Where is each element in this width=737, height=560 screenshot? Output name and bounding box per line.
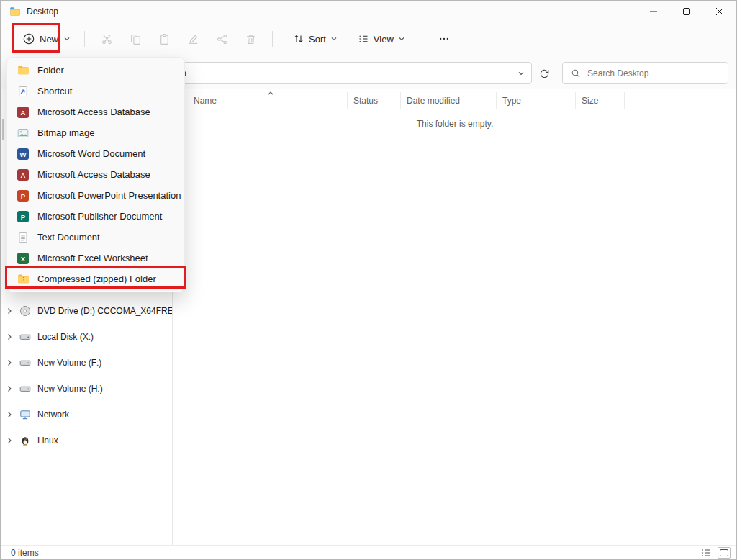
chevron-right-icon[interactable] [5, 333, 14, 341]
file-list-area: Name Status Date modified Type Size This… [173, 89, 736, 545]
menu-item-compressed-folder[interactable]: Compressed (zipped) Folder [7, 268, 184, 289]
sidebar-item-new-volume-h[interactable]: New Volume (H:) [1, 376, 172, 402]
svg-text:W: W [20, 150, 27, 158]
see-more-button[interactable] [430, 27, 458, 51]
column-header-label: Size [582, 96, 598, 106]
svg-text:P: P [21, 212, 26, 220]
sidebar-item-label: DVD Drive (D:) CCCOMA_X64FRE_EN-US [37, 306, 172, 316]
hard-disk-icon [19, 383, 31, 394]
column-header-type[interactable]: Type [497, 92, 576, 109]
toolbar-separator [272, 31, 273, 47]
maximize-button[interactable] [670, 1, 703, 22]
folder-icon [17, 64, 30, 77]
view-button[interactable]: View [351, 27, 412, 50]
word-icon: W [17, 148, 30, 161]
delete-button [236, 27, 265, 51]
menu-item-label: Microsoft Access Database [37, 107, 150, 117]
publisher-icon: P [17, 210, 30, 223]
copy-button [121, 27, 150, 51]
zipped-folder-icon [17, 273, 30, 286]
access-icon: A [17, 106, 30, 119]
menu-item-label: Shortcut [37, 86, 72, 96]
menu-item-text-document[interactable]: Text Document [7, 227, 184, 248]
new-button[interactable]: New [17, 27, 77, 50]
column-header-name[interactable]: Name [173, 92, 348, 109]
menu-item-access-database-1[interactable]: A Microsoft Access Database [7, 101, 184, 122]
search-box[interactable] [562, 62, 728, 84]
chevron-down-icon [398, 35, 405, 42]
chevron-right-icon[interactable] [5, 436, 14, 445]
menu-item-label: Microsoft Excel Worksheet [37, 253, 148, 263]
powerpoint-icon: P [17, 189, 30, 202]
column-header-size[interactable]: Size [576, 92, 625, 109]
access-icon: A [17, 168, 30, 181]
sidebar-item-label: Local Disk (X:) [37, 332, 94, 342]
menu-item-bitmap-image[interactable]: Bitmap image [7, 122, 184, 143]
chevron-down-icon [63, 35, 71, 42]
column-header-status[interactable]: Status [348, 92, 401, 109]
search-input[interactable] [587, 68, 713, 78]
close-button[interactable] [703, 1, 736, 22]
command-bar: New Sort [1, 22, 736, 55]
menu-item-word-document[interactable]: W Microsoft Word Document [7, 143, 184, 164]
column-header-label: Date modified [407, 96, 460, 106]
menu-item-powerpoint-presentation[interactable]: P Microsoft PowerPoint Presentation [7, 185, 184, 206]
text-document-icon [17, 231, 30, 244]
menu-item-label: Microsoft Publisher Document [37, 211, 162, 222]
menu-item-label: Microsoft Access Database [37, 169, 150, 180]
sidebar-item-new-volume-f[interactable]: New Volume (F:) [1, 350, 172, 376]
explorer-app-icon [9, 6, 21, 17]
column-header-label: Type [502, 96, 521, 106]
menu-item-shortcut[interactable]: Shortcut [7, 81, 184, 101]
sidebar-scrollbar[interactable] [2, 119, 4, 140]
column-header-date-modified[interactable]: Date modified [401, 92, 497, 109]
new-menu: Folder Shortcut A Microsoft Access Datab… [6, 57, 185, 292]
refresh-button[interactable] [535, 64, 553, 83]
sidebar-item-local-disk-x[interactable]: Local Disk (X:) [1, 324, 172, 350]
sidebar-item-label: Linux [37, 435, 58, 446]
menu-item-label: Bitmap image [37, 127, 94, 138]
menu-item-label: Microsoft Word Document [37, 148, 145, 159]
menu-item-access-database-2[interactable]: A Microsoft Access Database [7, 164, 184, 185]
chevron-right-icon[interactable] [5, 384, 14, 393]
address-dropdown-chevron-icon[interactable] [517, 70, 525, 77]
hard-disk-icon [19, 331, 31, 343]
shortcut-icon [17, 85, 30, 98]
bitmap-image-icon [17, 127, 30, 140]
sort-ascending-icon [267, 91, 274, 96]
excel-icon: X [17, 252, 30, 265]
sidebar-item-label: New Volume (H:) [37, 384, 103, 394]
sort-button-label: Sort [309, 34, 326, 45]
plus-circle-icon [23, 33, 35, 45]
share-button [207, 27, 236, 51]
view-button-label: View [374, 34, 394, 45]
chevron-right-icon[interactable] [5, 307, 14, 315]
window-controls [637, 1, 736, 22]
hard-disk-icon [19, 357, 31, 369]
file-explorer-window: Desktop New [0, 0, 737, 560]
column-headers: Name Status Date modified Type Size [173, 92, 736, 109]
svg-text:X: X [21, 254, 26, 262]
chevron-right-icon[interactable] [5, 410, 14, 419]
menu-item-label: Folder [37, 65, 64, 76]
empty-folder-message: This folder is empty. [173, 119, 736, 129]
linux-icon [19, 435, 31, 446]
svg-text:A: A [21, 171, 26, 179]
column-header-label: Name [194, 96, 217, 106]
items-count: 0 items [11, 548, 39, 558]
sort-button[interactable]: Sort [286, 27, 345, 50]
sidebar-item-network[interactable]: Network [1, 402, 172, 428]
chevron-right-icon[interactable] [5, 358, 14, 367]
paste-button [150, 27, 178, 51]
menu-item-folder[interactable]: Folder [7, 60, 184, 81]
status-bar: 0 items [1, 545, 736, 559]
view-icon [358, 33, 369, 45]
menu-item-publisher-document[interactable]: P Microsoft Publisher Document [7, 206, 184, 227]
menu-item-excel-worksheet[interactable]: X Microsoft Excel Worksheet [7, 248, 184, 268]
details-view-button[interactable] [700, 547, 713, 559]
menu-item-label: Microsoft PowerPoint Presentation [37, 190, 181, 201]
sidebar-item-linux[interactable]: Linux [1, 428, 172, 453]
minimize-button[interactable] [637, 1, 670, 22]
sidebar-item-dvd-drive[interactable]: DVD Drive (D:) CCCOMA_X64FRE_EN-US [1, 298, 172, 324]
large-icons-view-button[interactable] [718, 547, 731, 559]
